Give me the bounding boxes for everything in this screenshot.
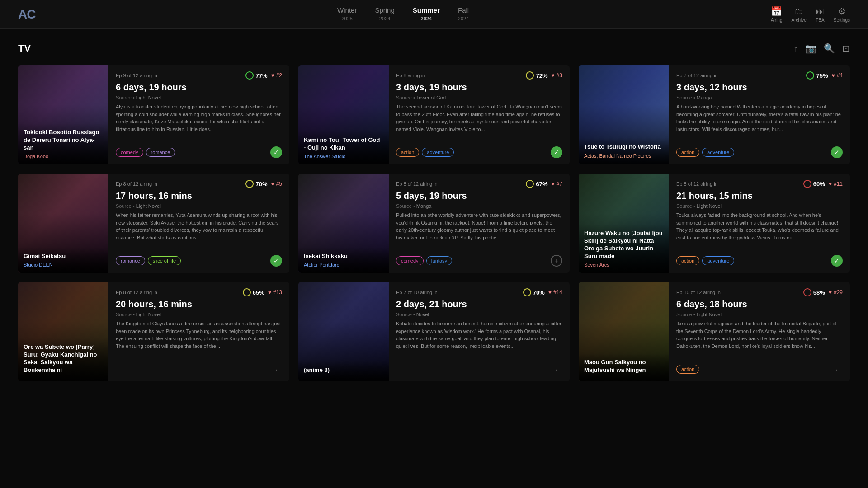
card-airing: Ep 8 of 12 airing in	[116, 290, 157, 295]
filter-button[interactable]: ⊡	[842, 43, 850, 54]
card-description: Kobato decides to become an honest, humb…	[396, 320, 562, 359]
card-airing: Ep 7 of 12 airing in	[676, 73, 718, 78]
season-nav: Winter2025Spring2024Summer2024Fall2024	[337, 6, 469, 22]
card-score: 72%	[526, 71, 547, 80]
camera-button[interactable]: 📷	[805, 43, 816, 54]
nav-action-airing[interactable]: 📅Airing	[771, 6, 783, 23]
section-header: TV ↑ 📷 🔍 ⊡	[18, 42, 850, 54]
card-title-overlay: Kami no Tou: Tower of God - Ouji no Kika…	[298, 131, 389, 164]
score-icon	[243, 288, 251, 296]
card-image-5: Isekai Shikkaku Atelier Pontdarc	[298, 174, 389, 273]
status-check[interactable]: ✓	[270, 255, 282, 267]
tag-adventure: adventure	[702, 256, 734, 265]
card-tags: comedyromance	[116, 148, 175, 157]
card-meta-row: Ep 8 of 12 airing in 60% ♥ #11	[676, 180, 843, 188]
card-image-7: Ore wa Subete wo [Parry] Suru: Gyaku Kan…	[18, 282, 108, 381]
card-airing: Ep 8 airing in	[396, 73, 425, 78]
card-airing: Ep 7 of 10 airing in	[396, 290, 438, 295]
anime-card-5: Isekai Shikkaku Atelier Pontdarc Ep 8 of…	[298, 174, 570, 273]
section-actions: ↑ 📷 🔍 ⊡	[793, 43, 850, 54]
tag-action: action	[676, 256, 699, 265]
settings-icon: ⚙	[838, 6, 846, 17]
card-title-overlay: Ore wa Subete wo [Parry] Suru: Gyaku Kan…	[18, 338, 108, 381]
card-tags: action	[676, 365, 699, 374]
nav-action-settings[interactable]: ⚙Settings	[834, 6, 850, 23]
card-airing: Ep 8 of 12 airing in	[396, 181, 438, 187]
card-description: When his father remarries, Yuta Asamura …	[116, 211, 282, 250]
tag-action: action	[676, 365, 699, 374]
season-winter[interactable]: Winter2025	[337, 6, 357, 22]
status-check[interactable]: ✓	[831, 255, 843, 267]
card-source: Source • Light Novel	[116, 95, 282, 100]
card-time: 20 hours, 16 mins	[116, 299, 282, 309]
card-studio: Atelier Pontdarc	[304, 262, 383, 267]
card-time: 2 days, 21 hours	[396, 299, 562, 309]
nav-action-archive[interactable]: 🗂Archive	[792, 6, 807, 23]
tba-icon: ⏭	[816, 6, 825, 17]
card-description: Alya is a transfer student enjoying popu…	[116, 103, 282, 142]
card-description: The Kingdom of Clays faces a dire crisis…	[116, 320, 282, 359]
anime-card-6: Hazure Waku no [Joutai Ijou Skill] de Sa…	[579, 174, 850, 273]
card-score: 70%	[523, 288, 545, 296]
status-check[interactable]: ✓	[551, 146, 562, 158]
nav-action-tba[interactable]: ⏭TBA	[816, 6, 825, 23]
card-studio: Actas, Bandai Namco Pictures	[584, 153, 664, 159]
main-content: TV ↑ 📷 🔍 ⊡ Tokidoki Bosotto Russiago de …	[0, 29, 868, 395]
card-meta-row: Ep 8 airing in 72% ♥ #3	[396, 71, 562, 80]
card-score: 67%	[526, 180, 547, 188]
card-image-3: Tsue to Tsurugi no Wistoria Actas, Banda…	[579, 65, 669, 164]
card-meta-row: Ep 8 of 12 airing in 65% ♥ #13	[116, 288, 282, 296]
card-title: Tokidoki Bosotto Russiago de Dereru Tona…	[24, 129, 103, 152]
card-rank: ♥ #13	[268, 289, 282, 296]
card-tags: actionadventure	[676, 148, 734, 157]
card-time: 5 days, 19 hours	[396, 191, 562, 201]
airing-icon: 📅	[771, 6, 782, 17]
anime-card-7: Ore wa Subete wo [Parry] Suru: Gyaku Kan…	[18, 282, 289, 381]
search-button[interactable]: 🔍	[824, 43, 835, 54]
status-check[interactable]: ✓	[831, 146, 843, 158]
card-studio: Seven Arcs	[584, 262, 664, 267]
card-title: Maou Gun Saikyou no Majutsushi wa Ningen	[584, 359, 664, 374]
status-none: ·	[551, 363, 562, 375]
card-airing: Ep 9 of 12 airing in	[116, 73, 157, 78]
score-icon	[526, 71, 534, 80]
tag-adventure: adventure	[702, 148, 734, 157]
share-button[interactable]: ↑	[793, 43, 798, 54]
tag-action: action	[396, 148, 419, 157]
anime-card-4: Gimai Seikatsu Studio DEEN Ep 8 of 12 ai…	[18, 174, 289, 273]
section-title: TV	[18, 42, 31, 54]
card-time: 3 days, 12 hours	[676, 82, 843, 92]
status-check[interactable]: ✓	[270, 146, 282, 158]
card-footer: actionadventure ✓	[396, 146, 562, 158]
card-source: Source • Light Novel	[676, 203, 843, 209]
card-rank: ♥ #11	[829, 181, 843, 187]
card-footer: comedyromance ✓	[116, 146, 282, 158]
card-info-8: Ep 7 of 10 airing in 70% ♥ #14 2 days, 2…	[389, 282, 570, 381]
anime-card-2: Kami no Tou: Tower of God - Ouji no Kika…	[298, 65, 570, 164]
card-footer: comedyfantasy +	[396, 255, 562, 267]
card-info-5: Ep 8 of 12 airing in 67% ♥ #7 5 days, 19…	[389, 174, 570, 273]
anime-card-1: Tokidoki Bosotto Russiago de Dereru Tona…	[18, 65, 289, 164]
card-score: 75%	[806, 71, 828, 80]
season-summer[interactable]: Summer2024	[413, 6, 440, 22]
card-source: Source • Light Novel	[676, 312, 843, 317]
card-footer: action ·	[676, 363, 843, 375]
card-description: Ike is a powerful magician and the leade…	[676, 320, 843, 359]
card-score: 58%	[803, 288, 825, 296]
season-fall[interactable]: Fall2024	[458, 6, 469, 22]
card-title-overlay: (anime 8)	[298, 361, 389, 381]
card-rank: ♥ #3	[552, 72, 562, 79]
card-footer: romanceslice of life ✓	[116, 255, 282, 267]
card-info-1: Ep 9 of 12 airing in 77% ♥ #2 6 days, 19…	[108, 65, 289, 164]
season-spring[interactable]: Spring2024	[375, 6, 394, 22]
card-title: Kami no Tou: Tower of God - Ouji no Kika…	[304, 136, 383, 152]
anime-grid: Tokidoki Bosotto Russiago de Dereru Tona…	[18, 65, 850, 381]
card-meta-row: Ep 7 of 12 airing in 75% ♥ #4	[676, 71, 843, 80]
card-rank: ♥ #14	[548, 289, 562, 296]
status-add[interactable]: +	[551, 255, 562, 267]
tag-slice-of life: slice of life	[148, 256, 181, 265]
card-title: Gimai Seikatsu	[24, 253, 103, 260]
card-airing: Ep 8 of 12 airing in	[116, 181, 157, 187]
tag-fantasy: fantasy	[426, 256, 452, 265]
card-title-overlay: Tsue to Tsurugi no Wistoria Actas, Banda…	[579, 138, 669, 164]
